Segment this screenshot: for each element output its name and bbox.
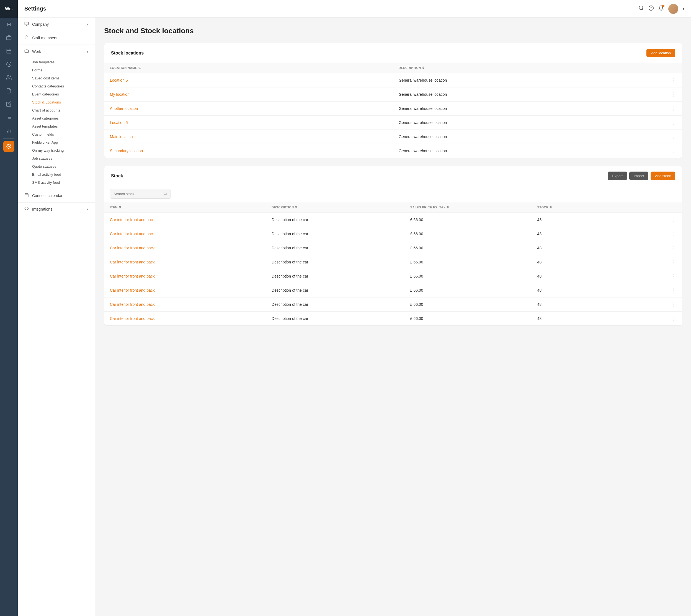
sidebar-sub-item-sms-activity[interactable]: SMS activity feed bbox=[18, 178, 95, 186]
rail-icon-briefcase[interactable] bbox=[0, 31, 18, 44]
rail-icon-chart[interactable] bbox=[0, 124, 18, 137]
sort-icon-price[interactable]: ⇅ bbox=[447, 205, 449, 209]
sort-icon-stock[interactable]: ⇅ bbox=[549, 205, 552, 209]
table-row: Car interior front and back Description … bbox=[104, 227, 682, 241]
table-row: Car interior front and back Description … bbox=[104, 241, 682, 255]
location-name-link[interactable]: Location 5 bbox=[110, 78, 128, 83]
stock-action-menu[interactable]: ⋮ bbox=[647, 213, 682, 227]
sidebar-work-label: Work bbox=[32, 49, 87, 54]
stock-price: £ 66.00 bbox=[405, 283, 532, 298]
add-location-button[interactable]: Add location bbox=[646, 49, 675, 57]
sidebar-sub-item-custom-fields[interactable]: Custom fields bbox=[18, 130, 95, 138]
stock-item-link[interactable]: Car interior front and back bbox=[110, 274, 155, 279]
export-button[interactable]: Export bbox=[608, 172, 627, 180]
location-description: General warehouse location bbox=[393, 102, 653, 116]
sidebar-sub-item-job-templates[interactable]: Job templates bbox=[18, 58, 95, 66]
rail-icon-settings[interactable] bbox=[0, 140, 18, 153]
rail-icon-invoice[interactable] bbox=[0, 84, 18, 97]
add-stock-button[interactable]: Add stock bbox=[651, 172, 675, 180]
avatar-image bbox=[668, 4, 678, 14]
sidebar-sub-item-asset-templates[interactable]: Asset templates bbox=[18, 122, 95, 130]
sidebar-item-work[interactable]: Work ▴ bbox=[18, 45, 95, 58]
col-header-action bbox=[653, 63, 682, 73]
help-icon[interactable] bbox=[648, 5, 654, 12]
sidebar-sub-item-forms[interactable]: Forms bbox=[18, 66, 95, 74]
search-bar-wrapper bbox=[104, 186, 682, 202]
sidebar-sub-item-contacts-categories[interactable]: Contacts categories bbox=[18, 82, 95, 90]
sidebar-sub-item-on-my-way[interactable]: On my way tracking bbox=[18, 147, 95, 154]
sidebar-sub-item-email-activity[interactable]: Email activity feed bbox=[18, 171, 95, 178]
sidebar-sub-item-chart-of-accounts[interactable]: Chart of accounts bbox=[18, 106, 95, 114]
rail-icon-dashboard[interactable]: ⊞ bbox=[0, 18, 18, 31]
location-action-menu[interactable]: ⋮ bbox=[653, 144, 682, 158]
app-logo[interactable]: We. bbox=[0, 0, 18, 18]
sort-icon-stock-desc[interactable]: ⇅ bbox=[295, 205, 298, 209]
sort-icon-item[interactable]: ⇅ bbox=[119, 205, 122, 209]
location-action-menu[interactable]: ⋮ bbox=[653, 87, 682, 102]
stock-action-menu[interactable]: ⋮ bbox=[647, 298, 682, 312]
location-action-menu[interactable]: ⋮ bbox=[653, 102, 682, 116]
col-header-stock: STOCK ⇅ bbox=[532, 202, 647, 213]
sidebar-sub-item-fieldworker-app[interactable]: Fieldworker App bbox=[18, 138, 95, 147]
user-menu-chevron[interactable]: ▾ bbox=[683, 7, 684, 11]
rail-icon-notes[interactable] bbox=[0, 97, 18, 111]
sidebar-sub-item-stock-locations[interactable]: Stock & Locations bbox=[18, 98, 95, 106]
location-name-link[interactable]: Another location bbox=[110, 106, 138, 111]
sidebar-sub-item-asset-categories[interactable]: Asset categories bbox=[18, 114, 95, 122]
svg-line-31 bbox=[166, 194, 167, 195]
sidebar-title: Settings bbox=[18, 0, 95, 18]
stock-locations-card: Stock locations Add location LOCATION NA… bbox=[104, 43, 682, 158]
sidebar-sub-item-job-statuses[interactable]: Job statuses bbox=[18, 154, 95, 162]
location-action-menu[interactable]: ⋮ bbox=[653, 130, 682, 144]
stock-item-link[interactable]: Car interior front and back bbox=[110, 288, 155, 292]
stock-item-link[interactable]: Car interior front and back bbox=[110, 302, 155, 307]
sidebar-sub-item-quote-statuses[interactable]: Quote statuses bbox=[18, 162, 95, 171]
location-name-link[interactable]: Main location bbox=[110, 134, 133, 139]
search-icon[interactable] bbox=[639, 5, 644, 12]
stock-action-menu[interactable]: ⋮ bbox=[647, 227, 682, 241]
import-button[interactable]: Import bbox=[629, 172, 648, 180]
stock-action-menu[interactable]: ⋮ bbox=[647, 241, 682, 255]
rail-icon-users[interactable] bbox=[0, 71, 18, 84]
stock-item-link[interactable]: Car interior front and back bbox=[110, 232, 155, 236]
notification-dot bbox=[662, 5, 664, 7]
location-name-link[interactable]: My location bbox=[110, 92, 130, 96]
sort-icon-description[interactable]: ⇅ bbox=[422, 66, 425, 69]
stock-action-menu[interactable]: ⋮ bbox=[647, 255, 682, 269]
stock-title: Stock bbox=[111, 174, 123, 178]
stock-action-menu[interactable]: ⋮ bbox=[647, 269, 682, 283]
staff-icon bbox=[24, 35, 29, 41]
sidebar-item-staff[interactable]: Staff members bbox=[18, 31, 95, 45]
rail-icon-list[interactable] bbox=[0, 111, 18, 124]
sidebar-item-company[interactable]: Company ▾ bbox=[18, 18, 95, 31]
sidebar-sub-item-event-categories[interactable]: Event categories bbox=[18, 90, 95, 98]
sidebar-item-connect-calendar[interactable]: Connect calendar bbox=[18, 189, 95, 202]
stock-action-menu[interactable]: ⋮ bbox=[647, 283, 682, 298]
rail-icon-clock[interactable] bbox=[0, 58, 18, 71]
location-name-link[interactable]: Location 5 bbox=[110, 120, 128, 125]
sidebar-calendar-label: Connect calendar bbox=[32, 194, 88, 198]
stock-description: Description of the car bbox=[266, 227, 405, 241]
search-stock-input[interactable] bbox=[113, 192, 161, 196]
stock-item-link[interactable]: Car interior front and back bbox=[110, 218, 155, 222]
stock-item-link[interactable]: Car interior front and back bbox=[110, 246, 155, 250]
sidebar-sub-item-saved-cost-items[interactable]: Saved cost items bbox=[18, 74, 95, 82]
svg-rect-0 bbox=[7, 37, 12, 40]
main-content: ▾ Stock and Stock locations Stock locati… bbox=[95, 0, 691, 616]
stock-item-link[interactable]: Car interior front and back bbox=[110, 316, 155, 321]
notification-bell-icon[interactable] bbox=[658, 5, 664, 12]
stock-item-link[interactable]: Car interior front and back bbox=[110, 260, 155, 264]
location-action-menu[interactable]: ⋮ bbox=[653, 116, 682, 130]
user-avatar[interactable] bbox=[668, 4, 678, 14]
sidebar-item-integrations[interactable]: Integrations ▾ bbox=[18, 202, 95, 216]
location-name-link[interactable]: Secondary location bbox=[110, 149, 143, 153]
stock-quantity: 48 bbox=[532, 255, 647, 269]
stock-quantity: 48 bbox=[532, 283, 647, 298]
stock-table: ITEM ⇅ DESCRIPTION ⇅ SALES PRICE EX. TAX… bbox=[104, 202, 682, 326]
stock-action-menu[interactable]: ⋮ bbox=[647, 312, 682, 326]
rail-icon-calendar[interactable] bbox=[0, 44, 18, 58]
sort-icon-location[interactable]: ⇅ bbox=[138, 66, 141, 69]
location-action-menu[interactable]: ⋮ bbox=[653, 73, 682, 87]
location-description: General warehouse location bbox=[393, 87, 653, 102]
table-row: Car interior front and back Description … bbox=[104, 312, 682, 326]
